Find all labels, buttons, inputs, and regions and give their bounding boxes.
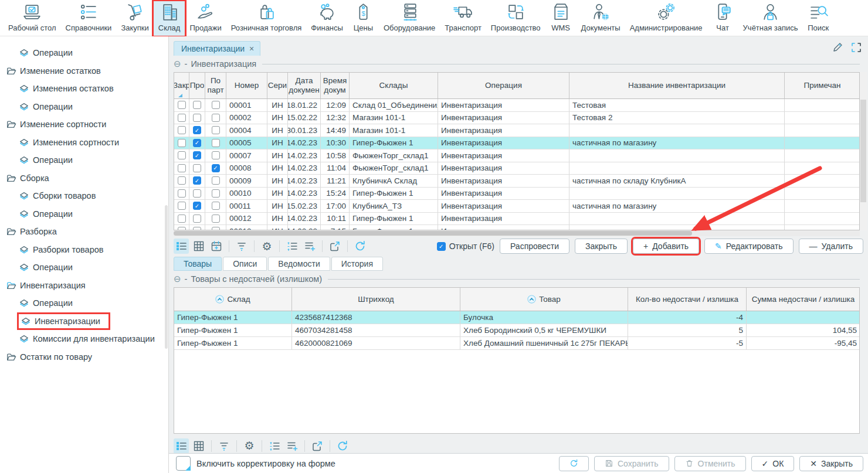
sidebar-item[interactable]: Операции xyxy=(0,98,168,116)
row-checkbox[interactable]: ✓ xyxy=(193,126,201,134)
row-checkbox[interactable] xyxy=(212,151,220,159)
sidebar-item[interactable]: Операции xyxy=(0,44,168,62)
nav-item-warehouse[interactable]: Склад xyxy=(154,1,185,36)
column-header[interactable]: Склад xyxy=(174,288,292,311)
adjust-on-form-checkbox[interactable] xyxy=(176,456,191,471)
toolbar-listview-button[interactable] xyxy=(174,239,189,254)
nav-item-purchases[interactable]: Закупки xyxy=(116,1,153,36)
распровести-button[interactable]: Распровести xyxy=(500,239,569,254)
column-header[interactable]: Штрихкод xyxy=(292,288,460,311)
column-header[interactable]: Товар xyxy=(460,288,628,311)
toolbar-calendar-button[interactable] xyxy=(209,239,224,254)
open-f6-checkbox[interactable]: ✓ Открыт (F6) xyxy=(437,241,494,251)
toolbar-open-external-button[interactable] xyxy=(310,438,325,454)
column-header[interactable]: Дата докумен xyxy=(288,73,321,99)
sidebar-item[interactable]: Операции xyxy=(0,151,168,169)
column-header[interactable]: Сумма недостачи / излишка xyxy=(747,288,860,311)
row-checkbox[interactable] xyxy=(178,189,186,198)
toolbar-filter-button[interactable] xyxy=(234,239,249,254)
column-header[interactable]: Номер xyxy=(226,73,267,99)
sidebar-item[interactable]: Остатки по товару xyxy=(0,348,168,366)
nav-item-equipment[interactable]: Оборудование xyxy=(379,1,440,36)
сохранить-button[interactable]: Сохранить xyxy=(594,456,669,471)
sidebar-item[interactable]: Операции xyxy=(0,258,168,277)
sidebar-item[interactable]: Сборки товаров xyxy=(0,187,168,205)
row-checkbox[interactable] xyxy=(178,202,186,210)
nav-item-finance[interactable]: Финансы xyxy=(306,1,348,36)
row-checkbox[interactable]: ✓ xyxy=(193,139,201,147)
row-checkbox[interactable] xyxy=(193,215,201,223)
sidebar-scrollbar[interactable] xyxy=(165,205,168,349)
row-checkbox[interactable] xyxy=(212,202,220,210)
column-header[interactable]: Название инвентаризации xyxy=(569,73,785,99)
tab-товары[interactable]: Товары xyxy=(174,257,222,271)
sidebar-item[interactable]: Изменение остатков xyxy=(0,62,168,80)
expand-icon[interactable] xyxy=(850,42,862,53)
collapse-icon[interactable]: ⊖ xyxy=(174,274,181,284)
row-checkbox[interactable] xyxy=(178,176,186,185)
table-row[interactable]: Гипер-Фьюжен 14620000821069Хлеб Домашний… xyxy=(174,337,859,350)
collapse-icon[interactable]: ⊖ xyxy=(174,59,181,69)
table-row[interactable]: ✓00007ИН14.02.2310:58ФьюженТорг_склад1Ин… xyxy=(174,149,859,162)
row-checkbox[interactable] xyxy=(178,114,186,122)
toolbar-numbered-list-button[interactable] xyxy=(267,438,282,454)
tab-история[interactable]: История xyxy=(331,257,383,271)
nav-item-transport[interactable]: Транспорт xyxy=(440,1,486,36)
table-row[interactable]: ✓00005ИН14.02.2310:30Гипер-Фьюжен 1Инвен… xyxy=(174,137,859,150)
sidebar-item[interactable]: Инвентаризация xyxy=(0,277,168,295)
toolbar-numbered-list-button[interactable] xyxy=(284,239,300,254)
toolbar-gear-button[interactable]: ⚙ xyxy=(259,239,274,254)
tab-ведомости[interactable]: Ведомости xyxy=(268,257,330,271)
sidebar-item[interactable]: Разборка xyxy=(0,223,168,241)
table-row[interactable]: Гипер-Фьюжен 14607034281458Хлеб Бородинс… xyxy=(174,324,859,337)
row-checkbox[interactable] xyxy=(193,114,201,122)
toolbar-refresh-button[interactable] xyxy=(335,438,350,454)
tab-inventarizacii[interactable]: Инвентаризации × xyxy=(174,41,260,56)
table-row[interactable]: 00012ИН14.02.2310:11Гипер-Фьюжен 1Инвент… xyxy=(174,213,859,226)
nav-item-prices[interactable]: $Цены xyxy=(348,1,379,36)
row-checkbox[interactable]: ✓ xyxy=(212,164,220,172)
sidebar-item[interactable]: Комиссии для инвентаризации xyxy=(0,330,168,348)
row-checkbox[interactable]: ✓ xyxy=(193,202,201,210)
column-header[interactable]: Про xyxy=(189,73,205,99)
sidebar-item[interactable]: Операции xyxy=(0,205,168,223)
закрыть-button[interactable]: Закрыть xyxy=(575,239,628,254)
refresh-button[interactable] xyxy=(559,456,589,471)
row-checkbox[interactable] xyxy=(212,215,220,223)
row-checkbox[interactable] xyxy=(212,176,220,185)
row-checkbox[interactable] xyxy=(212,101,220,109)
row-checkbox[interactable] xyxy=(193,189,201,198)
toolbar-filter-button[interactable] xyxy=(216,438,232,454)
tab-описи[interactable]: Описи xyxy=(223,257,267,271)
row-checkbox[interactable] xyxy=(212,126,220,134)
nav-item-production[interactable]: Производство xyxy=(486,1,545,36)
nav-item-documents[interactable]: Документы xyxy=(577,1,625,36)
column-header[interactable]: Склады xyxy=(350,73,438,99)
row-checkbox[interactable] xyxy=(178,139,186,147)
ок-button[interactable]: ✓ОК xyxy=(751,456,795,471)
row-checkbox[interactable] xyxy=(178,151,186,159)
table-row[interactable]: 00002ИН15.02.2212:32Магазин 101-1Инвента… xyxy=(174,112,859,125)
table-row[interactable]: 00010ИН14.02.2315:24Гипер-Фьюжен 1Инвент… xyxy=(174,188,859,200)
row-checkbox[interactable] xyxy=(178,164,186,172)
inventory-table-vscrollbar[interactable] xyxy=(860,72,867,230)
sidebar-item[interactable]: Изменения остатков xyxy=(0,80,168,98)
удалить-button[interactable]: —Удалить xyxy=(799,239,863,254)
nav-item-sales[interactable]: Продажи xyxy=(185,1,226,36)
toolbar-add-list-button[interactable] xyxy=(302,239,317,254)
nav-item-wms[interactable]: WMS xyxy=(545,1,577,36)
column-header[interactable]: Операция xyxy=(438,73,569,99)
sidebar-item[interactable]: Инвентаризации xyxy=(0,312,168,331)
добавить-button[interactable]: +Добавить xyxy=(633,239,699,254)
sidebar-item[interactable]: Изменения сортности xyxy=(0,134,168,152)
row-checkbox[interactable] xyxy=(212,114,220,122)
sidebar-item[interactable]: Сборка xyxy=(0,169,168,188)
table-row[interactable]: 00013ИН14.02.237:15Гипер-Фьюжен 1Инвента… xyxy=(174,225,859,230)
table-row[interactable]: ✓00009ИН14.02.2311:21КлубничкА СкладИнве… xyxy=(174,175,859,188)
nav-item-desktop[interactable]: Рабочий стол xyxy=(4,1,61,36)
nav-item-search[interactable]: Поиск xyxy=(803,1,834,36)
table-row[interactable]: 00001ИН18.01.2212:09Склад 01_Объединения… xyxy=(174,99,859,112)
toolbar-add-list-button[interactable] xyxy=(284,438,300,454)
table-row[interactable]: Гипер-Фьюжен 14235687412368Булочка-4 xyxy=(174,311,859,324)
table-row[interactable]: ✓00008ИН14.02.2311:04ФьюженТорг_склад1Ин… xyxy=(174,162,859,175)
